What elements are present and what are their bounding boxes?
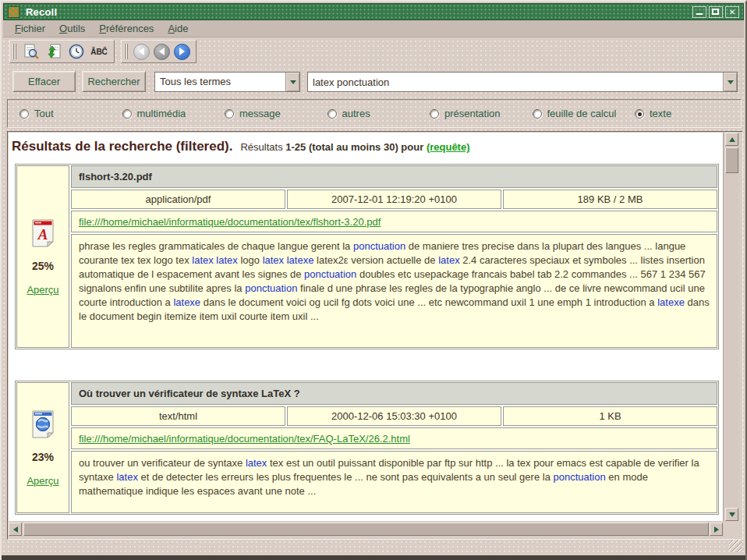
back-icon-disabled[interactable] [133, 44, 150, 60]
result-left-cell: A25%Aperçu [16, 165, 69, 348]
result-card: 23%AperçuOù trouver un vérificateur de s… [15, 381, 719, 515]
horizontal-scroll-thumb[interactable] [23, 523, 709, 536]
radio-icon[interactable] [327, 109, 337, 119]
filter-option-pr-sentation[interactable]: présentation [430, 108, 533, 119]
toolbar-handle[interactable] [12, 44, 16, 59]
filter-option-tout[interactable]: Tout [19, 108, 122, 119]
filter-label: feuille de calcul [547, 108, 617, 119]
forward-icon[interactable] [174, 44, 190, 60]
titlebar[interactable]: Recoll ✕ [3, 3, 744, 20]
menu-preferences[interactable]: Préférences [92, 21, 161, 36]
result-url-row: file:///home/michael/informatique/docume… [71, 427, 717, 449]
query-details-link[interactable]: (requête) [427, 141, 470, 153]
relevance-percent: 25% [32, 260, 54, 272]
clear-button[interactable]: Effacer [12, 71, 76, 92]
results-frame: Résultats de la recherche (filtered).Rés… [7, 131, 743, 540]
snippet-text: logo [238, 254, 263, 266]
search-button[interactable]: Rechercher [82, 71, 146, 92]
highlight-term: latex [192, 254, 213, 266]
query-combobox[interactable] [307, 72, 738, 92]
term-explorer-icon[interactable]: ÂBĈ [90, 42, 108, 61]
highlight-term: ponctuation [553, 471, 605, 483]
maximize-button[interactable] [709, 6, 723, 18]
vertical-scrollbar[interactable] [724, 133, 739, 521]
result-title: flshort-3.20.pdf [71, 165, 717, 188]
radio-icon[interactable] [533, 109, 542, 119]
result-date: 2007-12-01 12:19:20 +0100 [287, 190, 501, 209]
scroll-left-icon[interactable] [9, 523, 22, 536]
minimize-button[interactable] [692, 6, 706, 18]
chevron-down-icon[interactable] [285, 73, 299, 91]
filter-label: multimédia [137, 108, 186, 119]
update-index-icon[interactable] [44, 42, 63, 61]
menubar: Fichier Outils Préférences Aide [3, 20, 744, 37]
menu-outils[interactable]: Outils [52, 21, 92, 36]
toolbar-group-main: ÂBĈ [9, 40, 115, 63]
svg-text:A: A [37, 226, 48, 243]
highlight-term: latexe [287, 254, 314, 266]
toolbar-handle[interactable] [124, 44, 128, 59]
close-button[interactable]: ✕ [725, 6, 739, 18]
result-title: Où trouver un vérificateur de syntaxe La… [71, 382, 717, 405]
term-explorer-label: ÂBĈ [90, 48, 108, 56]
highlight-term: latex [263, 254, 284, 266]
minimize-icon [696, 13, 703, 15]
chevron-down-icon[interactable] [723, 73, 737, 91]
radio-icon[interactable] [122, 109, 132, 119]
menu-aide[interactable]: Aide [161, 21, 195, 36]
filter-option-multim-dia[interactable]: multimédia [122, 108, 225, 119]
result-date: 2000-12-06 15:03:30 +0100 [287, 406, 501, 426]
radio-icon[interactable] [19, 109, 29, 119]
html-file-icon [30, 409, 55, 439]
results-count: 1-25 (total au moins 30) pour [285, 141, 423, 153]
filter-option-autres[interactable]: autres [327, 108, 430, 119]
result-details: application/pdf2007-12-01 12:19:20 +0100… [71, 190, 717, 209]
result-size: 1 KB [503, 406, 717, 426]
result-mime: application/pdf [71, 190, 285, 209]
highlight-term: ponctuation [353, 240, 405, 252]
search-document-icon[interactable] [22, 42, 41, 61]
query-input[interactable] [308, 73, 723, 91]
highlight-term: ponctuation [245, 282, 297, 294]
toolbar: ÂBĈ [3, 38, 744, 65]
scroll-up-icon[interactable] [725, 133, 738, 146]
search-mode-value: Tous les termes [155, 73, 285, 91]
highlight-term: ponctuation [304, 268, 356, 280]
highlight-term: latexe [173, 296, 200, 308]
search-mode-select[interactable]: Tous les termes [154, 72, 300, 92]
result-mime: text/html [71, 406, 285, 426]
filter-label: autres [342, 108, 370, 119]
snippet-text: et de detecter les erreurs les plus freq… [138, 471, 554, 483]
vertical-scroll-thumb[interactable] [725, 147, 738, 173]
result-url-link[interactable]: file:///home/michael/informatique/docume… [79, 433, 410, 445]
result-left-cell: 23%Aperçu [16, 382, 69, 513]
relevance-percent: 23% [32, 451, 54, 463]
history-icon[interactable] [67, 42, 86, 61]
radio-icon[interactable] [225, 109, 234, 119]
menu-fichier[interactable]: Fichier [8, 21, 52, 36]
results-title: Résultats de la recherche (filtered). [12, 139, 232, 154]
filter-option-texte[interactable]: texte [635, 108, 671, 119]
radio-selected-icon[interactable] [635, 109, 644, 119]
filter-option-feuille-de-calcul[interactable]: feuille de calcul [533, 108, 635, 119]
back-icon[interactable] [154, 44, 170, 60]
radio-icon[interactable] [430, 109, 439, 119]
snippet-text: ou trouver un verificateur de syntaxe [79, 457, 246, 469]
result-card: A25%Aperçuflshort-3.20.pdfapplication/pd… [15, 164, 719, 349]
filter-option-message[interactable]: message [225, 108, 327, 119]
scroll-down-icon[interactable] [725, 508, 738, 521]
scroll-right-icon[interactable] [710, 523, 723, 536]
result-url-link[interactable]: file:///home/michael/informatique/docume… [79, 216, 381, 228]
preview-link[interactable]: Aperçu [27, 284, 58, 296]
preview-link[interactable]: Aperçu [27, 475, 58, 487]
filter-bar: Toutmultimédiamessageautresprésentationf… [7, 99, 742, 128]
app-icon[interactable] [8, 6, 19, 18]
highlight-term: latex [246, 457, 267, 469]
highlight-term: latex [216, 254, 237, 266]
highlight-term: latex [116, 471, 137, 483]
resize-grip[interactable] [729, 540, 742, 552]
result-size: 189 KB / 2 MB [503, 190, 717, 209]
filter-label: texte [650, 108, 671, 119]
results-list: A25%Aperçuflshort-3.20.pdfapplication/pd… [9, 164, 723, 515]
horizontal-scrollbar[interactable] [9, 522, 724, 537]
